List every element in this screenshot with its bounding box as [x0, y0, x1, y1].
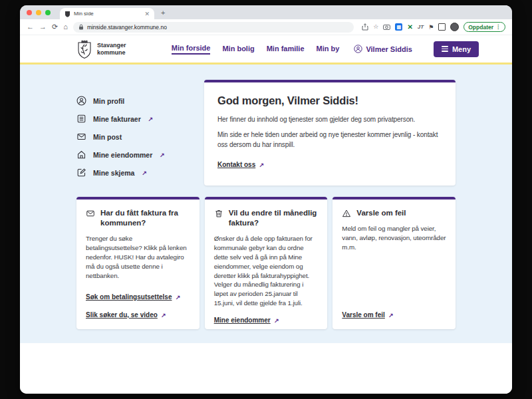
sok-betalingsutsettelse-link[interactable]: Søk om betalingsutsettelse: [86, 293, 172, 301]
nav-min-by[interactable]: Min by: [317, 45, 340, 54]
main-navigation: Min forside Min bolig Min familie Min by…: [172, 41, 479, 57]
sidebar-item-min-post[interactable]: Min post: [76, 132, 199, 142]
reload-icon[interactable]: ⟳: [52, 23, 58, 31]
external-link-icon: [259, 162, 265, 168]
external-link-icon: [176, 294, 181, 301]
greeting-paragraph-1: Her finner du innhold og tjenester som g…: [217, 114, 442, 124]
page-content: Min profil Mine fakturaer Min post: [20, 65, 512, 343]
sidebar-item-min-profil[interactable]: Min profil: [76, 96, 199, 106]
maximize-window-button[interactable]: [45, 10, 51, 15]
sidebar-item-label: Min profil: [93, 97, 124, 105]
greeting-title: God morgen, Vilmer Siddis!: [217, 94, 442, 107]
warning-icon: [342, 209, 351, 218]
external-link-icon: [274, 317, 279, 324]
browser-toolbar: ← → ⟳ ⌂ minside.stavanger.kommune.no ☆ ▤…: [20, 19, 512, 35]
green-x-extension-icon[interactable]: ✕: [407, 23, 412, 31]
kontakt-oss-link[interactable]: Kontakt oss: [217, 161, 255, 168]
share-icon[interactable]: [362, 23, 368, 31]
close-window-button[interactable]: [27, 10, 32, 15]
sidebar-item-label: Mine skjema: [93, 169, 134, 177]
card-title: Vil du endre til månedlig faktura?: [229, 208, 319, 228]
tab-close-icon[interactable]: ✕: [144, 11, 150, 17]
back-icon[interactable]: ←: [27, 23, 34, 31]
info-card-row: Har du fått faktura fra kommunen? Trenge…: [76, 197, 456, 329]
flag-extension-icon[interactable]: ⚑: [428, 24, 434, 31]
forward-icon[interactable]: →: [39, 23, 47, 31]
new-tab-button[interactable]: +: [161, 9, 165, 17]
minimize-window-button[interactable]: [36, 10, 41, 15]
hamburger-icon: [442, 46, 448, 52]
user-name: Vilmer Siddis: [366, 45, 412, 53]
stavanger-logo[interactable]: Stavanger kommune: [76, 39, 126, 59]
faktura-card: Har du fått faktura fra kommunen? Trenge…: [76, 197, 200, 329]
external-link-icon: [142, 170, 147, 176]
external-link-icon: [148, 116, 154, 122]
mine-eiendommer-link[interactable]: Mine eiendommer: [214, 317, 271, 324]
address-bar[interactable]: minside.stavanger.kommune.no: [73, 22, 354, 33]
browser-update-button[interactable]: Oppdater ⋮: [464, 22, 505, 32]
user-menu[interactable]: Vilmer Siddis: [354, 45, 412, 53]
external-link-icon: [161, 312, 166, 319]
sidebar-item-label: Min post: [93, 133, 122, 141]
sidebar-menu: Min profil Mine fakturaer Min post: [76, 80, 199, 186]
person-icon: [76, 96, 86, 106]
jt-extension-icon[interactable]: JT: [418, 24, 424, 30]
sidebar-item-mine-skjema[interactable]: Mine skjema: [76, 168, 199, 178]
page-footer: [20, 343, 512, 394]
browser-profile-avatar[interactable]: [450, 23, 459, 31]
greeting-paragraph-2: Min side er hele tiden under arbeid og n…: [217, 130, 442, 150]
camera-extension-icon[interactable]: [383, 24, 390, 30]
card-title: Har du fått faktura fra kommunen?: [100, 208, 190, 228]
card-body-text: Meld om feil og mangler på veier, vann, …: [342, 224, 446, 252]
nav-min-forside[interactable]: Min forside: [172, 44, 211, 55]
browser-tab[interactable]: Min side ✕: [60, 8, 154, 19]
se-video-link[interactable]: Slik søker du, se video: [86, 311, 158, 319]
varsle-om-feil-card: Varsle om feil Meld om feil og mangler p…: [332, 197, 456, 329]
form-icon: [76, 168, 86, 178]
external-link-icon: [160, 152, 165, 158]
manedlig-faktura-card: Vil du endre til månedlig faktura? Ønske…: [205, 197, 328, 329]
url-text: minside.stavanger.kommune.no: [87, 24, 167, 31]
home-icon[interactable]: ⌂: [63, 23, 68, 31]
home-icon: [76, 150, 86, 160]
card-title: Varsle om feil: [356, 208, 406, 218]
site-header: Stavanger kommune Min forside Min bolig …: [20, 35, 512, 65]
logo-text: Stavanger kommune: [97, 42, 126, 57]
toolbar-extensions: ☆ ▤ ✕ JT ⚑ Oppdater ⋮: [362, 22, 505, 32]
sidebar-item-mine-eiendommer[interactable]: Mine eiendommer: [76, 150, 199, 160]
favicon-shield-icon: [65, 11, 70, 17]
card-body-text: Trenger du søke betalingsutsettelse? Kli…: [86, 234, 190, 281]
screenshot-stage: Min side ✕ + ← → ⟳ ⌂ minside.stavanger.k…: [0, 0, 532, 399]
external-link-icon: [388, 312, 394, 319]
update-label: Oppdater: [468, 24, 493, 31]
invoice-icon: [76, 114, 86, 124]
window-controls: [27, 10, 51, 15]
square-extension-icon[interactable]: [438, 23, 446, 31]
sidebar-item-mine-fakturaer[interactable]: Mine fakturaer: [76, 114, 199, 124]
mail-icon: [86, 209, 95, 218]
person-icon: [354, 45, 362, 53]
nav-min-bolig[interactable]: Min bolig: [222, 45, 254, 54]
mail-icon: [76, 132, 86, 142]
greeting-card: God morgen, Vilmer Siddis! Her finner du…: [204, 80, 456, 186]
menu-button-label: Meny: [452, 45, 471, 53]
sidebar-item-label: Mine fakturaer: [93, 115, 141, 123]
browser-tabstrip: Min side ✕ +: [20, 5, 512, 19]
varsle-om-feil-link[interactable]: Varsle om feil: [342, 311, 384, 319]
padlock-icon: [78, 24, 84, 30]
browser-window: Min side ✕ + ← → ⟳ ⌂ minside.stavanger.k…: [20, 5, 512, 394]
card-body-text: Ønsker du å dele opp fakturaen for kommu…: [214, 234, 319, 308]
menu-button[interactable]: Meny: [434, 41, 479, 57]
trash-icon: [214, 209, 223, 218]
sidebar-item-label: Mine eiendommer: [93, 151, 152, 159]
coat-of-arms-icon: [76, 39, 92, 59]
tab-title: Min side: [74, 11, 141, 17]
nav-min-familie[interactable]: Min familie: [267, 45, 305, 54]
kebab-menu-icon: ⋮: [495, 24, 501, 30]
blue-extension-icon[interactable]: ▤: [395, 23, 402, 31]
bookmark-star-icon[interactable]: ☆: [373, 24, 378, 30]
